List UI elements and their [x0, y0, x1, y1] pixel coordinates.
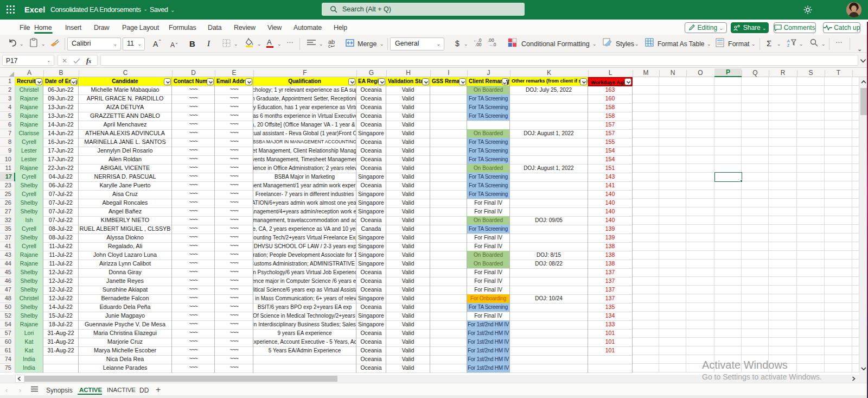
- svg-text:A: A: [787, 39, 790, 43]
- svg-text:Z: Z: [787, 43, 790, 47]
